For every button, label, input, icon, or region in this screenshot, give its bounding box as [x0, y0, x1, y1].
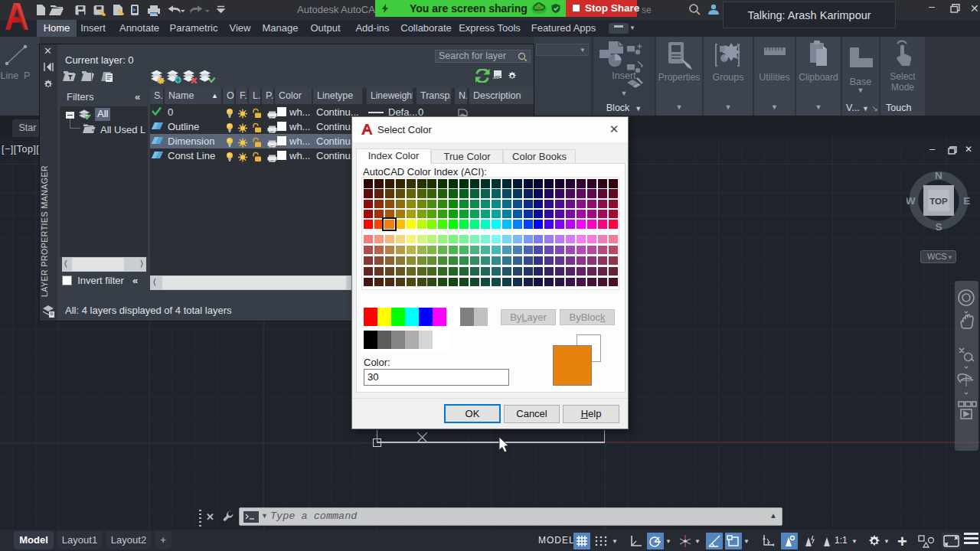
svg-text:E: E: [963, 195, 970, 207]
svg-text:W: W: [906, 195, 916, 207]
svg-text:S: S: [935, 221, 942, 233]
svg-text:TOP: TOP: [929, 197, 948, 206]
svg-text:N: N: [935, 170, 942, 181]
